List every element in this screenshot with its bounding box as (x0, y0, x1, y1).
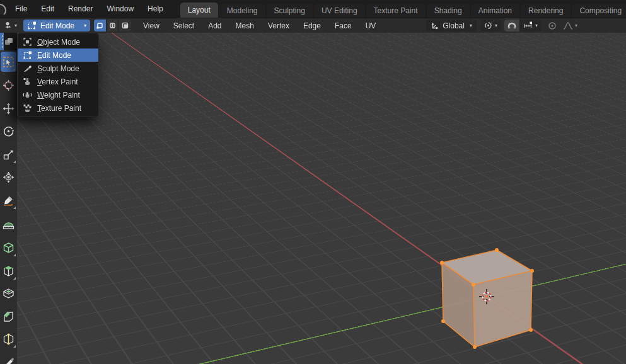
menu-item-label: Texture Paint (37, 104, 81, 113)
edge-select-icon (108, 21, 117, 30)
flyout-indicator (13, 345, 16, 348)
transform-orientation-dropdown[interactable]: Global ▾ (426, 20, 477, 31)
overlapping-squares-icon (4, 37, 14, 47)
tool-move[interactable] (0, 98, 17, 118)
tab-sculpting[interactable]: Sculpting (267, 4, 313, 18)
tool-annotate[interactable] (0, 190, 17, 210)
measure-icon (3, 217, 14, 229)
flyout-indicator (13, 68, 15, 71)
tool-transform[interactable] (0, 167, 17, 187)
mode-dropdown-menu: Object Mode Edit Mode Sculpt Mode Vertex… (17, 33, 99, 117)
mode-dropdown-button[interactable]: Edit Mode ▾ (23, 20, 90, 31)
3d-viewport[interactable]: Object Mode Edit Mode Sculpt Mode Vertex… (0, 33, 626, 364)
proportional-editing-toggle[interactable] (545, 20, 560, 31)
transform-icon (3, 171, 14, 183)
menu-item-texture-paint[interactable]: Texture Paint (18, 101, 98, 115)
menu-item-weight-paint[interactable]: Weight Paint (18, 88, 98, 101)
menu-vertex[interactable]: Vertex (261, 18, 296, 33)
face-select-mode-button[interactable] (119, 20, 131, 31)
pivot-point-icon (484, 21, 493, 30)
tool-knife[interactable] (0, 351, 17, 364)
extrude-region-icon (3, 265, 14, 277)
chevron-down-icon: ▾ (575, 23, 577, 28)
tool-bevel[interactable] (0, 306, 17, 326)
snap-target-dropdown[interactable]: ▾ (520, 20, 541, 31)
menu-edit[interactable]: Edit (34, 0, 61, 18)
menu-add[interactable]: Add (201, 18, 228, 33)
tab-modeling[interactable]: Modeling (219, 4, 265, 18)
tool-cursor[interactable] (0, 75, 17, 95)
orientation-label: Global (443, 21, 465, 30)
tool-rotate[interactable] (0, 121, 17, 141)
menu-edge[interactable]: Edge (296, 18, 328, 33)
tab-rendering[interactable]: Rendering (521, 4, 571, 18)
menu-render[interactable]: Render (61, 0, 100, 18)
proportional-falloff-dropdown[interactable]: ▾ (560, 20, 581, 31)
tool-add-cube[interactable] (0, 237, 17, 258)
menu-item-label: Vertex Paint (37, 77, 78, 86)
snap-toggle-button[interactable] (504, 20, 519, 31)
tool-measure[interactable] (0, 213, 17, 233)
menu-uv[interactable]: UV (359, 18, 383, 33)
cursor-3d-icon (3, 79, 14, 91)
tab-shading[interactable]: Shading (427, 4, 470, 18)
menu-window[interactable]: Window (100, 0, 141, 18)
tab-animation[interactable]: Animation (471, 4, 519, 18)
toolbar-partial-button[interactable] (0, 33, 17, 50)
tab-uv-editing[interactable]: UV Editing (314, 4, 365, 18)
menu-item-label: Weight Paint (37, 91, 80, 100)
vertex-select-mode-button[interactable] (94, 20, 106, 31)
cube-object[interactable] (440, 248, 534, 349)
rotate-icon (3, 125, 14, 137)
menu-mesh[interactable]: Mesh (229, 18, 261, 33)
menu-item-label: Sculpt Mode (37, 64, 79, 73)
menu-item-edit-mode[interactable]: Edit Mode (18, 48, 98, 62)
flyout-indicator (13, 207, 16, 209)
menu-help[interactable]: Help (141, 0, 170, 18)
tool-loop-cut[interactable] (0, 329, 17, 349)
texture-paint-icon (23, 103, 32, 113)
menu-item-sculpt-mode[interactable]: Sculpt Mode (18, 62, 98, 75)
viewport-header-right: Global ▾ ▾ ▾ (426, 20, 581, 31)
proportional-editing-controls: ▾ (545, 20, 581, 31)
pivot-point-dropdown[interactable]: ▾ (480, 20, 501, 31)
editor-type-button[interactable]: ▾ (1, 20, 19, 31)
bevel-icon (3, 310, 14, 322)
chevron-down-icon: ▾ (84, 23, 86, 28)
weight-paint-icon (23, 90, 32, 100)
tab-texture-paint[interactable]: Texture Paint (366, 4, 426, 18)
flyout-indicator (13, 254, 16, 256)
vertex-paint-icon (23, 77, 32, 86)
tool-select-box[interactable] (1, 52, 16, 72)
tool-scale[interactable] (0, 144, 17, 164)
add-cube-icon (3, 242, 14, 254)
chevron-down-icon: ▾ (470, 23, 472, 28)
menu-bar: File Edit Render Window Help Layout Mode… (0, 0, 626, 18)
tool-extrude-region[interactable] (0, 261, 17, 281)
select-box-icon (3, 56, 14, 68)
menu-item-object-mode[interactable]: Object Mode (18, 35, 98, 48)
scale-icon (3, 149, 14, 161)
blender-logo-icon[interactable] (0, 3, 8, 14)
menu-face[interactable]: Face (328, 18, 359, 33)
edit-mode-icon (27, 21, 37, 30)
inset-faces-icon (3, 288, 14, 300)
move-icon (3, 103, 14, 115)
blender-window: File Edit Render Window Help Layout Mode… (0, 0, 626, 364)
edge-select-mode-button[interactable] (107, 20, 119, 31)
menu-item-label: Edit Mode (37, 51, 71, 60)
tool-shelf (0, 33, 17, 364)
tab-layout[interactable]: Layout (180, 3, 218, 18)
menu-item-vertex-paint[interactable]: Vertex Paint (18, 75, 98, 88)
menu-select[interactable]: Select (166, 18, 201, 33)
viewport-menus: View Select Add Mesh Vertex Edge Face UV (136, 18, 383, 33)
menu-view[interactable]: View (136, 18, 166, 33)
sculpt-mode-icon (23, 64, 32, 73)
tool-inset-faces[interactable] (0, 283, 17, 304)
workspace-tabs: Layout Modeling Sculpting UV Editing Tex… (180, 0, 626, 18)
tab-compositing[interactable]: Compositing (572, 4, 626, 18)
menu-file[interactable]: File (8, 0, 34, 18)
menu-item-label: Object Mode (37, 38, 80, 47)
falloff-curve-icon (563, 21, 573, 30)
chevron-down-icon: ▾ (535, 23, 538, 28)
